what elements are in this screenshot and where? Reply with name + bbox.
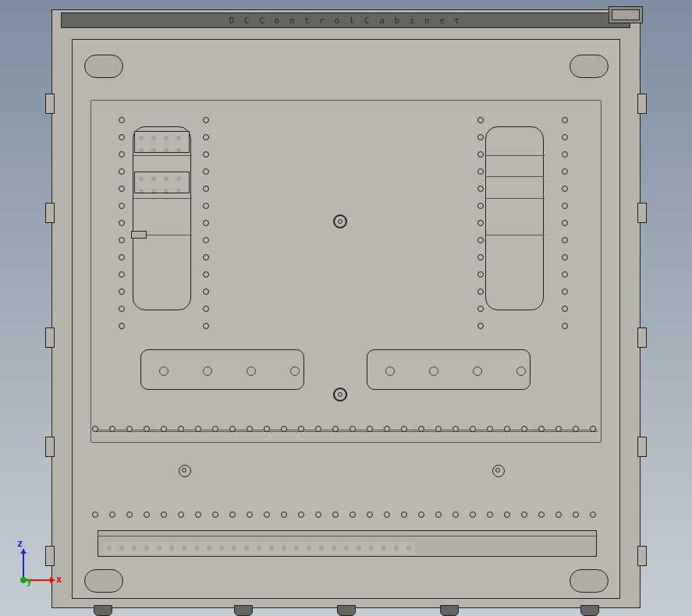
mounting-hole (119, 168, 125, 175)
mounting-hole (435, 426, 442, 432)
mounting-hole (298, 512, 304, 518)
mounting-hole (92, 512, 98, 518)
mounting-hole (562, 237, 568, 243)
mounting-hole (195, 512, 201, 518)
mounting-hole (562, 203, 568, 209)
mounting-hole (315, 426, 321, 432)
plate-hole (516, 366, 526, 376)
mounting-hole (203, 168, 209, 175)
mounting-hole (264, 512, 270, 518)
mounting-hole (477, 134, 484, 140)
mounting-hole (367, 426, 373, 432)
mounting-hole (418, 426, 424, 432)
mounting-hole (477, 306, 484, 312)
mounting-hole (203, 117, 209, 123)
plate-hole (203, 366, 212, 376)
mounting-hole (477, 237, 484, 243)
mounting-hole (590, 426, 596, 432)
mounting-hole (521, 512, 527, 518)
mounting-hole (562, 271, 568, 278)
mounting-hole (195, 426, 201, 432)
mounting-hole (401, 512, 407, 518)
mounting-hole (203, 237, 209, 243)
mounting-hole (229, 512, 236, 518)
mounting-hole (119, 271, 125, 278)
mounting-hole (203, 134, 209, 140)
mounting-hole (487, 426, 493, 432)
mounting-hole (281, 426, 287, 432)
mounting-hole (203, 323, 209, 329)
mounting-hole (178, 512, 184, 518)
mounting-hole (126, 512, 133, 518)
mounting-hole (401, 426, 407, 432)
mounting-hole (555, 512, 562, 518)
mounting-hole (367, 512, 373, 518)
plate-hole (385, 366, 395, 376)
mounting-hole (384, 512, 390, 518)
mounting-hole (332, 426, 339, 432)
mounting-hole (470, 512, 476, 518)
mounting-hole (477, 203, 484, 209)
mounting-hole (332, 512, 339, 518)
mounting-hole (487, 512, 493, 518)
mounting-hole (477, 168, 484, 175)
mounting-hole (203, 186, 209, 192)
mounting-hole (119, 117, 125, 123)
plate-hole (247, 366, 256, 376)
mounting-hole (555, 426, 562, 432)
mounting-hole (203, 151, 209, 158)
mounting-hole (562, 117, 568, 123)
mounting-hole (178, 426, 184, 432)
mounting-hole (470, 426, 476, 432)
mounting-hole (521, 426, 527, 432)
mounting-hole (229, 426, 236, 432)
mounting-hole (562, 220, 568, 226)
mounting-hole (212, 512, 218, 518)
mounting-hole (92, 426, 98, 432)
mounting-hole (119, 186, 125, 192)
mounting-hole (590, 512, 596, 518)
generated-holes-layer (0, 0, 692, 616)
mounting-hole (418, 512, 424, 518)
mounting-hole (298, 426, 304, 432)
plate-hole (159, 366, 169, 376)
mounting-hole (203, 289, 209, 295)
mounting-hole (538, 512, 545, 518)
mounting-hole (477, 220, 484, 226)
mounting-hole (203, 203, 209, 209)
mounting-hole (562, 254, 568, 260)
mounting-hole (119, 220, 125, 226)
mounting-hole (126, 426, 133, 432)
mounting-hole (477, 186, 484, 192)
mounting-hole (562, 168, 568, 175)
mounting-hole (477, 289, 484, 295)
mounting-hole (538, 426, 545, 432)
mounting-hole (203, 220, 209, 226)
mounting-hole (161, 512, 167, 518)
mounting-hole (477, 117, 484, 123)
mounting-hole (477, 271, 484, 278)
mounting-hole (573, 512, 579, 518)
mounting-hole (350, 426, 356, 432)
mounting-hole (109, 512, 115, 518)
mounting-hole (350, 512, 356, 518)
mounting-hole (119, 254, 125, 260)
mounting-hole (452, 512, 459, 518)
mounting-hole (562, 289, 568, 295)
mounting-hole (119, 289, 125, 295)
mounting-hole (562, 134, 568, 140)
mounting-hole (477, 254, 484, 260)
mounting-hole (562, 186, 568, 192)
mounting-hole (247, 426, 253, 432)
plate-hole (429, 366, 438, 376)
mounting-hole (109, 426, 115, 432)
mounting-hole (119, 323, 125, 329)
mounting-hole (161, 426, 167, 432)
mounting-hole (281, 512, 287, 518)
plate-hole (473, 366, 482, 376)
mounting-hole (203, 271, 209, 278)
mounting-hole (504, 512, 510, 518)
mounting-hole (144, 512, 150, 518)
mounting-hole (264, 426, 270, 432)
mounting-hole (212, 426, 218, 432)
